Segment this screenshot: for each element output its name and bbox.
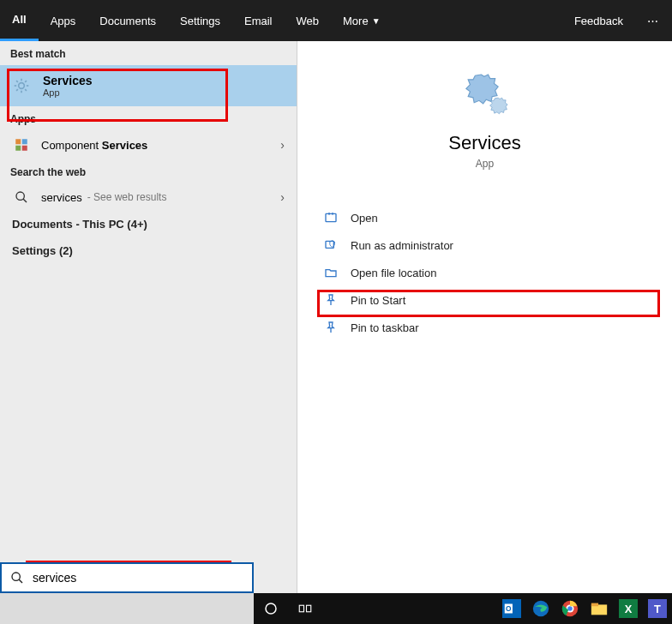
web-result[interactable]: services - See web results › bbox=[0, 183, 297, 211]
detail-panel: Services App Open Run as administrator O… bbox=[297, 41, 672, 593]
search-web-header: Search the web bbox=[0, 159, 297, 183]
svg-line-22 bbox=[19, 579, 22, 583]
taskbar: O X T bbox=[254, 593, 672, 624]
action-open-label: Open bbox=[351, 212, 378, 225]
detail-title: Services bbox=[448, 132, 520, 154]
admin-icon bbox=[321, 238, 340, 252]
taskbar-left bbox=[0, 593, 254, 624]
action-pin-taskbar-label: Pin to taskbar bbox=[351, 321, 419, 334]
filter-tabs: All Apps Documents Settings Email Web Mo… bbox=[0, 0, 672, 41]
svg-point-21 bbox=[12, 573, 20, 580]
action-list: Open Run as administrator Open file loca… bbox=[297, 195, 672, 350]
taskbar-app-chrome[interactable] bbox=[555, 593, 585, 624]
apps-result-label: Component Services bbox=[41, 139, 280, 152]
action-pin-taskbar[interactable]: Pin to taskbar bbox=[297, 314, 672, 341]
action-open-location-label: Open file location bbox=[351, 267, 436, 279]
tab-more[interactable]: More▼ bbox=[331, 0, 393, 41]
action-pin-start[interactable]: Pin to Start bbox=[297, 286, 672, 314]
gear-icon bbox=[12, 76, 31, 95]
taskbar-app-teams[interactable]: T bbox=[643, 593, 672, 624]
svg-text:O: O bbox=[506, 605, 512, 613]
search-icon bbox=[12, 190, 31, 204]
web-result-suffix: - See web results bbox=[87, 191, 167, 203]
svg-line-7 bbox=[16, 89, 18, 91]
svg-rect-10 bbox=[22, 139, 27, 144]
feedback-link[interactable]: Feedback bbox=[562, 0, 635, 41]
search-icon bbox=[2, 571, 33, 585]
svg-point-0 bbox=[19, 83, 25, 89]
tab-all[interactable]: All bbox=[0, 0, 39, 41]
tab-apps[interactable]: Apps bbox=[39, 0, 88, 41]
svg-rect-17 bbox=[326, 213, 336, 221]
folder-icon bbox=[321, 266, 340, 279]
pin-icon bbox=[321, 293, 340, 307]
task-view-button[interactable] bbox=[288, 593, 322, 624]
svg-line-14 bbox=[23, 199, 27, 202]
svg-rect-9 bbox=[15, 139, 21, 144]
action-pin-start-label: Pin to Start bbox=[351, 294, 405, 307]
open-icon bbox=[321, 211, 340, 225]
settings-header[interactable]: Settings (2) bbox=[0, 237, 297, 264]
component-services-icon bbox=[12, 137, 31, 153]
tab-documents[interactable]: Documents bbox=[87, 0, 168, 41]
taskbar-app-outlook[interactable]: O bbox=[497, 593, 526, 624]
documents-header[interactable]: Documents - This PC (4+) bbox=[0, 211, 297, 237]
svg-point-13 bbox=[16, 192, 24, 200]
taskbar-app-explorer[interactable] bbox=[585, 593, 614, 624]
svg-rect-11 bbox=[15, 146, 21, 151]
search-bar bbox=[0, 562, 254, 593]
apps-header: Apps bbox=[0, 106, 297, 130]
svg-rect-34 bbox=[591, 603, 598, 607]
svg-rect-24 bbox=[299, 605, 303, 612]
pin-icon bbox=[321, 321, 340, 334]
search-input[interactable] bbox=[33, 571, 252, 585]
results-panel: Best match Services App Apps Component S… bbox=[0, 41, 297, 593]
tab-web[interactable]: Web bbox=[285, 0, 332, 41]
svg-text:X: X bbox=[625, 603, 633, 615]
apps-result-component-services[interactable]: Component Services › bbox=[0, 130, 297, 159]
svg-line-8 bbox=[25, 81, 27, 82]
svg-line-5 bbox=[16, 81, 18, 82]
svg-line-6 bbox=[25, 89, 27, 91]
gear-icon-large bbox=[459, 67, 511, 118]
action-run-admin[interactable]: Run as administrator bbox=[297, 231, 672, 259]
chevron-down-icon: ▼ bbox=[372, 16, 381, 26]
best-match-title: Services bbox=[43, 74, 93, 87]
taskbar-app-excel[interactable]: X bbox=[614, 593, 643, 624]
svg-point-23 bbox=[266, 603, 276, 614]
svg-rect-25 bbox=[307, 605, 311, 612]
chevron-right-icon: › bbox=[280, 190, 285, 204]
chevron-right-icon: › bbox=[280, 138, 285, 152]
cortana-button[interactable] bbox=[254, 593, 288, 624]
svg-rect-12 bbox=[22, 146, 27, 151]
action-open[interactable]: Open bbox=[297, 204, 672, 231]
web-result-query: services bbox=[41, 191, 82, 204]
taskbar-app-edge[interactable] bbox=[526, 593, 555, 624]
action-open-location[interactable]: Open file location bbox=[297, 259, 672, 286]
best-match-result[interactable]: Services App bbox=[0, 65, 297, 106]
svg-text:T: T bbox=[654, 603, 661, 615]
detail-subtitle: App bbox=[476, 158, 494, 170]
best-match-header: Best match bbox=[0, 41, 297, 65]
tab-email[interactable]: Email bbox=[232, 0, 285, 41]
tab-settings[interactable]: Settings bbox=[168, 0, 232, 41]
more-options-icon[interactable]: ⋯ bbox=[635, 0, 672, 41]
best-match-subtitle: App bbox=[43, 87, 93, 98]
action-run-admin-label: Run as administrator bbox=[351, 239, 453, 252]
